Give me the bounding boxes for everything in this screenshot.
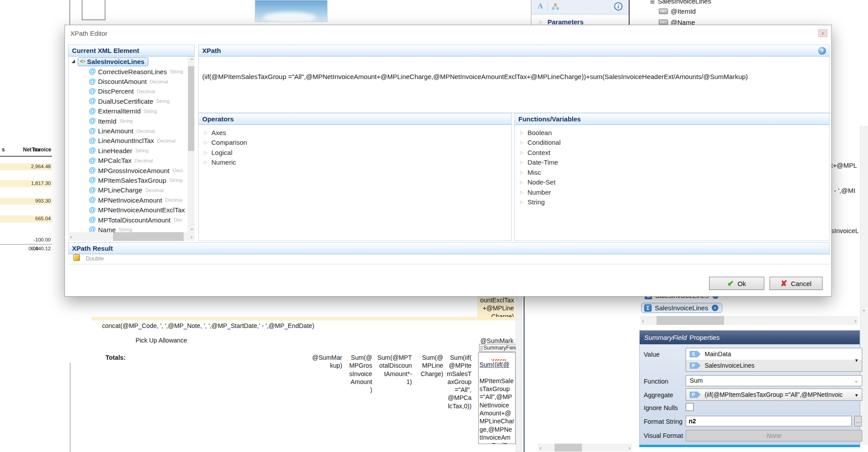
ignore-nulls-checkbox[interactable] [686, 403, 694, 411]
tree-attribute-row[interactable]: @ ExternalItemId String [68, 106, 186, 116]
collapsed-triangle-icon[interactable]: ▷ [204, 140, 208, 145]
middle-horizontal-scrollbar[interactable]: ‹ › [538, 444, 632, 452]
collapsed-triangle-icon[interactable]: ▷ [520, 130, 524, 135]
designer-vertical-scrollbar[interactable] [516, 290, 522, 452]
data-structure-icon[interactable] [552, 4, 559, 10]
operator-category-row[interactable]: ▷ Logical [199, 147, 511, 158]
tree-node-salesinvoicelines[interactable]: ≣ SalesInvoiceLines [650, 0, 711, 5]
summary-tree-item-selected[interactable]: Σ SalesInvoiceLines # [641, 303, 722, 313]
function-category-row[interactable]: ▷ Date-Time [515, 158, 829, 168]
scroll-down-arrow[interactable]: ⌄ [861, 306, 866, 312]
tree-horizontal-scrollbar[interactable]: ‹ › [68, 232, 195, 241]
help-icon[interactable]: ? [818, 47, 826, 55]
scroll-up-arrow[interactable]: ⌃ [189, 58, 194, 64]
function-category-row[interactable]: ▷ Number [515, 187, 829, 197]
tree-attribute-row[interactable]: @ MPLineCharge Decimal [68, 185, 186, 195]
tree-attribute-row[interactable]: @ MPCalcTax Decimal [68, 156, 186, 166]
scroll-right-arrow[interactable]: › [855, 318, 857, 324]
report-cell-concat-expression[interactable]: concat(@MP_Code, ', ',@MP_Note, ', ',@MP… [102, 322, 314, 330]
tree-attribute-row[interactable]: @ MPNetInvoiceAmountExclTax [68, 205, 186, 215]
function-category-row[interactable]: ▷ Context [515, 147, 829, 158]
dialog-close-button[interactable]: x [818, 29, 827, 37]
report-cell-sum-calctax[interactable]: Sum(iif( @MPIte mSalesT axGroup ="All", … [437, 354, 472, 410]
report-cell-sum-gross[interactable]: Sum(@ MPGros sInvoice Amount ) [336, 354, 372, 394]
value-row-maindata[interactable]: S MainData [686, 348, 862, 360]
aggregate-dropdown[interactable]: P (iif(@MPItemSalesTaxGroup ="All",@MPNe… [686, 388, 862, 401]
value-row-salesinvoicelines[interactable]: P SalesInvoiceLines [686, 360, 862, 371]
collapsed-triangle-icon[interactable]: ▷ [520, 160, 524, 165]
scrollbar-thumb[interactable] [657, 316, 724, 325]
dropdown-arrow-icon[interactable]: ▼ [854, 358, 859, 363]
collapsed-triangle-icon[interactable]: ▷ [204, 160, 208, 165]
tree-attribute-row[interactable]: @ DiscPercent Decimal [68, 87, 186, 96]
scrollbar-thumb[interactable] [555, 444, 582, 452]
function-category-row[interactable]: ▷ Misc [515, 167, 829, 177]
attribute-name: MPGrossInvoiceAmount [98, 167, 170, 174]
report-cell-sum-discount[interactable]: Sum(@MPT otalDiscoun tAmount*- 1) [373, 354, 412, 386]
collapsed-triangle-icon[interactable]: ▷ [520, 150, 524, 155]
tree-root-pill[interactable]: <> SalesInvoiceLines [78, 57, 148, 66]
right-horizontal-scrollbar[interactable]: ‹ › [640, 316, 858, 325]
expanded-triangle-icon[interactable] [72, 60, 75, 63]
attribute-icon: @ [88, 196, 96, 204]
designer-border-fragment [82, 19, 106, 20]
collapsed-triangle-icon[interactable]: ▷ [204, 130, 208, 135]
tree-attribute-row[interactable]: @ LineAmountInclTax Decimal [68, 136, 186, 146]
tree-attribute-row[interactable]: @ Name String [68, 225, 186, 232]
tree-attribute-row[interactable]: @ MPGrossInvoiceAmount Deci [68, 166, 186, 175]
cancel-button[interactable]: ✘ Cancel [770, 277, 823, 290]
report-cell-selected-summary[interactable]: Sum((iif(@ MPItemSale sTaxGroup ="All",@… [478, 352, 516, 444]
tree-attribute-row[interactable]: @ ItemId String [68, 116, 186, 126]
collapsed-triangle-icon[interactable]: ▷ [520, 140, 524, 145]
scrollbar-thumb[interactable] [113, 232, 184, 241]
tree-vertical-scrollbar[interactable]: ⌃ ⌄ [188, 56, 195, 232]
collapsed-triangle-icon[interactable]: ▷ [520, 200, 524, 204]
format-string-browse-button[interactable]: ... [854, 416, 862, 426]
function-category-row[interactable]: ▷ Boolean [515, 128, 829, 138]
scroll-right-arrow[interactable]: › [629, 445, 630, 451]
value-label: Value [644, 351, 660, 358]
dropdown-arrow-icon[interactable]: ▼ [854, 393, 859, 398]
collapsed-triangle-icon[interactable]: ▷ [520, 190, 524, 195]
collapsed-triangle-icon[interactable]: ▷ [520, 170, 524, 175]
font-style-icon[interactable]: A [538, 2, 543, 10]
function-category-row[interactable]: ▷ Node-Set [515, 177, 829, 188]
scroll-left-arrow[interactable]: ‹ [70, 234, 72, 240]
function-category-row[interactable]: ▷ Conditional [515, 138, 829, 148]
function-category-row[interactable]: ▷ String [515, 197, 829, 207]
format-string-input[interactable]: n2 [686, 416, 852, 426]
tree-attribute-row[interactable]: @ LineHeader String [68, 146, 186, 155]
xpath-expression[interactable]: (iif(@MPItemSalesTaxGroup ="All",@MPNetI… [202, 73, 825, 80]
collapsed-triangle-icon[interactable]: ▷ [520, 180, 524, 185]
value-dropdown[interactable]: S MainData P SalesInvoiceLines ▼ [686, 348, 862, 372]
tree-attribute-row[interactable]: @ DualUseCertificate String [68, 96, 186, 106]
total-net-invoice: 6,440.12 [0, 246, 51, 251]
tree-attribute-row[interactable]: @ DiscountAmount Decimal [68, 76, 186, 86]
operator-category-row[interactable]: ▷ Axes [199, 128, 511, 138]
info-icon[interactable]: i [614, 2, 623, 11]
report-cell-pickup-allowance[interactable]: Pick Up Allowance [136, 336, 187, 344]
tree-attribute-row[interactable]: @ CorrectiveReasonLines String [68, 67, 186, 76]
tree-attribute-row[interactable]: @ MPNetInvoiceAmount Decima [68, 195, 186, 205]
function-combobox[interactable]: Sum ⌄ [686, 375, 862, 386]
cloud-shape [263, 12, 316, 22]
tree-attribute-row[interactable]: @ MPTotalDiscountAmount Dec [68, 215, 186, 225]
tree-attribute-row[interactable]: @ MPItemSalesTaxGroup String [68, 175, 186, 185]
operator-category-row[interactable]: ▷ Numeric [199, 158, 511, 168]
tree-root-salesinvoicelines[interactable]: <> SalesInvoiceLines [68, 56, 186, 67]
combo-chevron-icon[interactable]: ⌄ [854, 378, 858, 384]
parameters-expander-icon[interactable]: ▷ [540, 19, 543, 24]
scroll-down-arrow[interactable]: ⌄ [189, 225, 194, 231]
operators-list: ▷ Axes ▷ Comparison ▷ Logical ▷ [199, 128, 511, 167]
scroll-left-arrow[interactable]: ‹ [540, 445, 541, 451]
scroll-left-arrow[interactable]: ‹ [642, 318, 644, 324]
xpath-editor-area[interactable]: (iif(@MPItemSalesTaxGroup ="All",@MPNetI… [198, 56, 830, 113]
scrollbar-thumb[interactable] [188, 66, 194, 151]
collapsed-triangle-icon[interactable]: ▷ [204, 150, 208, 155]
tree-node-itemid[interactable]: ABC @ItemId [659, 8, 696, 15]
net-invoice-value: 993.30 [35, 198, 51, 203]
operator-category-row[interactable]: ▷ Comparison [199, 138, 511, 148]
scroll-right-arrow[interactable]: › [191, 234, 192, 240]
ok-button[interactable]: ✔ Ok [709, 277, 764, 290]
tree-attribute-row[interactable]: @ LineAmount Decimal [68, 126, 186, 136]
